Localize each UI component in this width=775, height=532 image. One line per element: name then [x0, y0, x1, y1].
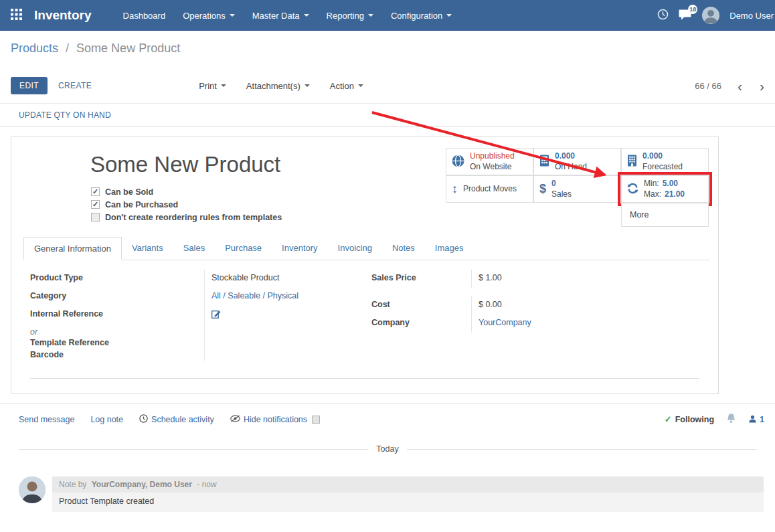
messages-button[interactable]: 18 [679, 9, 692, 23]
followers-button[interactable]: 1 [748, 414, 764, 425]
edit-button[interactable]: EDIT [11, 77, 48, 94]
attachments-dropdown[interactable]: Attachment(s) [246, 81, 310, 91]
reordering-rules-stat-button[interactable]: Min: 5.00 Max: 21.00 [621, 175, 709, 203]
field-group-left: Product Type Stockable Product Category … [30, 270, 351, 361]
chevron-down-icon [358, 84, 363, 87]
sales-label: Sales [551, 189, 572, 200]
field-product-type: Product Type Stockable Product [30, 270, 351, 288]
sheet-wrap: Unpublished On Website 0.0 [0, 127, 775, 394]
schedule-activity-button[interactable]: Schedule activity [139, 414, 214, 425]
checkbox-icon: ✓ [91, 187, 100, 196]
chevron-down-icon [221, 84, 226, 87]
breadcrumb-products-link[interactable]: Products [11, 41, 58, 55]
topbar: Inventory Dashboard Operations Master Da… [0, 0, 775, 31]
reordering-min-label: Min: [644, 179, 659, 189]
hide-notifications-checkbox[interactable] [312, 416, 320, 424]
field-template-reference: Template Reference [30, 337, 351, 349]
apps-menu-button[interactable] [8, 9, 25, 22]
menu-configuration[interactable]: Configuration [382, 0, 460, 31]
breadcrumb-separator: / [66, 41, 69, 55]
menu-operations[interactable]: Operations [174, 0, 244, 31]
breadcrumb-current: Some New Product [76, 41, 180, 55]
print-dropdown[interactable]: Print [199, 81, 226, 91]
send-message-button[interactable]: Send message [19, 415, 74, 424]
clock-icon [657, 9, 669, 22]
forecasted-label: Forecasted [642, 162, 683, 173]
message-header: Note by YourCompany, Demo User - now [52, 476, 764, 493]
more-stat-button[interactable]: More [621, 203, 709, 227]
message-block: Note by YourCompany, Demo User - now Pro… [52, 476, 764, 512]
category-link[interactable]: All / Saleable / Physical [211, 291, 298, 300]
tab-notes[interactable]: Notes [382, 237, 425, 260]
on-hand-value: 0.000 [555, 151, 587, 162]
create-button[interactable]: CREATE [52, 77, 98, 94]
messages-badge: 18 [688, 5, 697, 14]
dollar-icon: $ [539, 182, 546, 196]
following-button[interactable]: ✓ Following [665, 414, 714, 424]
hide-notifications-toggle[interactable]: Hide notifications [230, 415, 320, 424]
message-author-avatar [19, 476, 46, 503]
field-internal-reference: Internal Reference [30, 306, 351, 324]
reordering-min-value: 5.00 [663, 179, 678, 189]
log-note-button[interactable]: Log note [90, 415, 123, 424]
on-hand-stat-button[interactable]: 0.000 On Hand [533, 148, 621, 175]
activities-button[interactable] [657, 9, 669, 22]
update-qty-on-hand-button[interactable]: UPDATE QTY ON HAND [19, 110, 111, 120]
tab-general-information[interactable]: General Information [23, 237, 122, 260]
tab-variants[interactable]: Variants [122, 237, 173, 260]
user-menu[interactable]: Demo User [729, 11, 774, 21]
control-panel: EDIT CREATE Print Attachment(s) Action 6… [0, 60, 775, 103]
product-type-value: Stockable Product [205, 270, 279, 288]
field-category: Category All / Saleable / Physical [30, 288, 351, 306]
tab-images[interactable]: Images [425, 237, 474, 260]
arrows-up-down-icon: ↕ [452, 182, 458, 196]
stat-button-box: Unpublished On Website 0.0 [446, 148, 709, 227]
tab-invoicing[interactable]: Invoicing [328, 237, 382, 260]
menu-reporting[interactable]: Reporting [318, 0, 382, 31]
tab-inventory[interactable]: Inventory [272, 237, 327, 260]
reordering-max-label: Max: [644, 189, 661, 200]
checkbox-icon: ✓ [91, 200, 100, 209]
chatter: Send message Log note Schedule activity … [0, 404, 775, 512]
checkbox-icon [91, 213, 100, 221]
product-moves-stat-button[interactable]: ↕ Product Moves [446, 175, 533, 203]
chatter-message: Note by YourCompany, Demo User - now Pro… [19, 476, 764, 512]
pager-count[interactable]: 66 / 66 [695, 81, 721, 91]
date-divider: Today [19, 444, 756, 454]
general-information-content: Product Type Stockable Product Category … [19, 270, 710, 361]
website-stat-button[interactable]: Unpublished On Website [446, 148, 533, 175]
chevron-down-icon [446, 14, 452, 17]
pager-next-icon[interactable]: › [758, 79, 766, 93]
chevron-down-icon [368, 14, 373, 17]
action-dropdown[interactable]: Action [330, 81, 363, 91]
notebook-tabs: General Information Variants Sales Purch… [23, 237, 710, 260]
message-body: Product Template created [52, 493, 764, 512]
edit-pencil-icon[interactable] [211, 311, 221, 321]
on-hand-label: On Hand [555, 162, 587, 173]
cost-value: $ 0.00 [472, 296, 502, 315]
systray: 18 Demo User [657, 7, 775, 24]
tab-sales[interactable]: Sales [173, 237, 216, 260]
chevron-down-icon [304, 14, 309, 17]
field-group-right: Sales Price $ 1.00 Cost $ 0.00 Company Y… [371, 270, 653, 361]
menu-master-data[interactable]: Master Data [244, 0, 318, 31]
forecasted-stat-button[interactable]: 0.000 Forecasted [621, 148, 709, 175]
menu-dashboard[interactable]: Dashboard [114, 0, 175, 31]
app-name: Inventory [34, 8, 92, 23]
refresh-icon [627, 183, 638, 196]
building-icon [627, 155, 637, 169]
on-hand-icon [539, 155, 549, 169]
pager-previous-icon[interactable]: ‹ [736, 79, 744, 93]
sales-stat-button[interactable]: $ 0 Sales [533, 175, 621, 203]
chatter-toolbar: Send message Log note Schedule activity … [0, 404, 775, 434]
website-status: Unpublished [470, 151, 515, 162]
eye-icon [230, 415, 240, 424]
bell-icon[interactable] [726, 413, 736, 426]
company-link[interactable]: YourCompany [479, 318, 531, 327]
user-avatar[interactable] [702, 7, 719, 24]
field-or: or [30, 324, 351, 337]
tab-purchase[interactable]: Purchase [215, 237, 272, 260]
date-divider-label: Today [376, 444, 398, 454]
form-statusbar: UPDATE QTY ON HAND [0, 103, 775, 127]
apps-grid-icon [11, 9, 22, 22]
